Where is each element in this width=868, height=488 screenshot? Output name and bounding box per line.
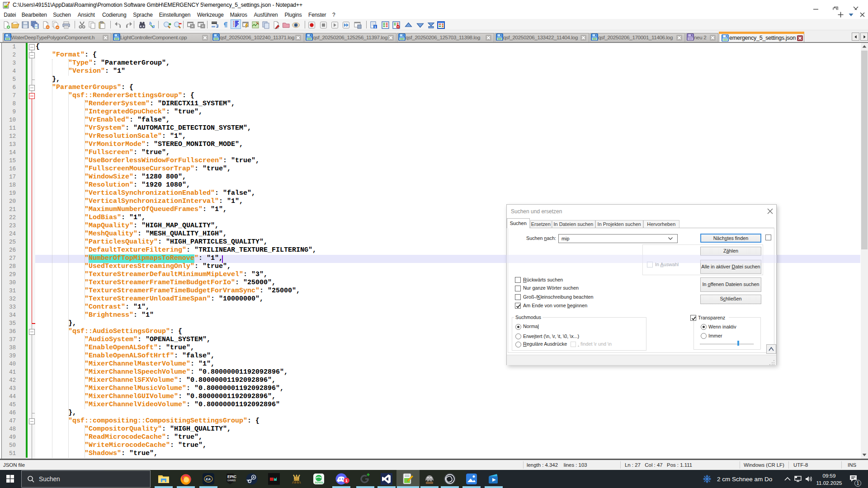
- svg-text:EPIC: EPIC: [227, 474, 236, 479]
- svg-text:GAMES: GAMES: [227, 479, 236, 482]
- svg-text:EA: EA: [206, 477, 211, 481]
- svg-text:SOVOL: SOVOL: [315, 481, 324, 484]
- svg-text:1: 1: [374, 25, 376, 29]
